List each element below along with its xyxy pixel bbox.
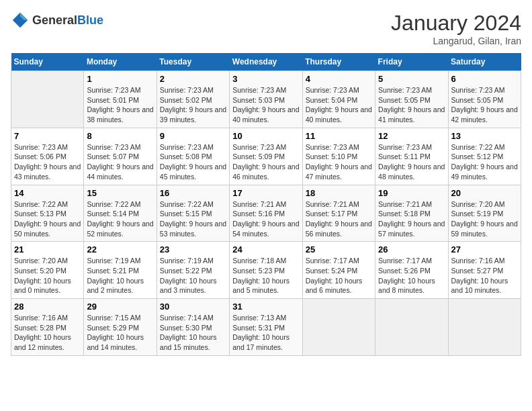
calendar-table: SundayMondayTuesdayWednesdayThursdayFrid… [11, 53, 521, 356]
day-info: Sunrise: 7:23 AMSunset: 5:11 PMDaylight:… [378, 142, 445, 182]
weekday-header-cell: Saturday [448, 53, 521, 71]
calendar-day-cell: 9Sunrise: 7:23 AMSunset: 5:08 PMDaylight… [157, 128, 229, 185]
day-number: 2 [160, 74, 226, 84]
calendar-day-cell: 2Sunrise: 7:23 AMSunset: 5:02 PMDaylight… [157, 71, 229, 128]
day-number: 30 [160, 302, 226, 312]
calendar-day-cell: 5Sunrise: 7:23 AMSunset: 5:05 PMDaylight… [375, 71, 448, 128]
calendar-day-cell: 29Sunrise: 7:15 AMSunset: 5:29 PMDayligh… [84, 299, 157, 356]
calendar-week-row: 7Sunrise: 7:23 AMSunset: 5:06 PMDaylight… [11, 128, 521, 185]
calendar-day-cell [11, 71, 84, 128]
day-info: Sunrise: 7:17 AMSunset: 5:24 PMDaylight:… [306, 256, 372, 295]
weekday-header-cell: Monday [84, 53, 157, 71]
day-info: Sunrise: 7:23 AMSunset: 5:07 PMDaylight:… [87, 142, 153, 182]
calendar-day-cell: 11Sunrise: 7:23 AMSunset: 5:10 PMDayligh… [302, 128, 375, 185]
day-number: 5 [378, 74, 445, 84]
day-number: 11 [306, 131, 372, 141]
day-info: Sunrise: 7:23 AMSunset: 5:03 PMDaylight:… [232, 85, 299, 125]
calendar-title: January 2024 [391, 11, 521, 36]
calendar-day-cell: 6Sunrise: 7:23 AMSunset: 5:05 PMDaylight… [448, 71, 521, 128]
day-number: 3 [232, 74, 299, 84]
calendar-day-cell: 25Sunrise: 7:17 AMSunset: 5:24 PMDayligh… [302, 242, 375, 299]
calendar-day-cell: 14Sunrise: 7:22 AMSunset: 5:13 PMDayligh… [11, 185, 84, 242]
calendar-day-cell: 15Sunrise: 7:22 AMSunset: 5:14 PMDayligh… [84, 185, 157, 242]
calendar-day-cell: 4Sunrise: 7:23 AMSunset: 5:04 PMDaylight… [302, 71, 375, 128]
calendar-day-cell: 31Sunrise: 7:13 AMSunset: 5:31 PMDayligh… [230, 299, 302, 356]
day-info: Sunrise: 7:16 AMSunset: 5:27 PMDaylight:… [451, 256, 518, 295]
weekday-header-cell: Sunday [11, 53, 84, 71]
weekday-header-row: SundayMondayTuesdayWednesdayThursdayFrid… [11, 53, 521, 71]
day-number: 13 [451, 131, 518, 141]
day-info: Sunrise: 7:23 AMSunset: 5:05 PMDaylight:… [451, 85, 518, 125]
day-info: Sunrise: 7:14 AMSunset: 5:30 PMDaylight:… [160, 313, 226, 353]
day-info: Sunrise: 7:21 AMSunset: 5:16 PMDaylight:… [232, 199, 299, 239]
calendar-day-cell: 19Sunrise: 7:21 AMSunset: 5:18 PMDayligh… [375, 185, 448, 242]
calendar-day-cell [375, 299, 448, 356]
page-header: GeneralBlue January 2024 Langarud, Gilan… [11, 11, 521, 46]
day-number: 10 [232, 131, 299, 141]
logo: GeneralBlue [11, 11, 103, 30]
day-number: 9 [160, 131, 226, 141]
weekday-header-cell: Friday [375, 53, 448, 71]
day-number: 17 [232, 188, 299, 198]
day-number: 22 [87, 244, 153, 255]
day-info: Sunrise: 7:13 AMSunset: 5:31 PMDaylight:… [232, 313, 299, 353]
day-number: 15 [87, 188, 153, 198]
calendar-day-cell: 7Sunrise: 7:23 AMSunset: 5:06 PMDaylight… [11, 128, 84, 185]
weekday-header-cell: Wednesday [230, 53, 302, 71]
calendar-day-cell: 12Sunrise: 7:23 AMSunset: 5:11 PMDayligh… [375, 128, 448, 185]
calendar-day-cell: 1Sunrise: 7:23 AMSunset: 5:01 PMDaylight… [84, 71, 157, 128]
day-info: Sunrise: 7:20 AMSunset: 5:19 PMDaylight:… [451, 199, 518, 239]
title-block: January 2024 Langarud, Gilan, Iran [391, 11, 521, 46]
day-info: Sunrise: 7:23 AMSunset: 5:04 PMDaylight:… [306, 85, 372, 125]
calendar-day-cell [302, 299, 375, 356]
day-number: 27 [451, 244, 518, 255]
calendar-day-cell: 18Sunrise: 7:21 AMSunset: 5:17 PMDayligh… [302, 185, 375, 242]
day-number: 20 [451, 188, 518, 198]
calendar-subtitle: Langarud, Gilan, Iran [391, 36, 521, 46]
day-info: Sunrise: 7:23 AMSunset: 5:06 PMDaylight:… [14, 142, 81, 182]
calendar-day-cell: 8Sunrise: 7:23 AMSunset: 5:07 PMDaylight… [84, 128, 157, 185]
day-info: Sunrise: 7:22 AMSunset: 5:12 PMDaylight:… [451, 142, 518, 182]
day-info: Sunrise: 7:23 AMSunset: 5:02 PMDaylight:… [160, 85, 226, 125]
day-number: 25 [306, 244, 372, 255]
day-info: Sunrise: 7:15 AMSunset: 5:29 PMDaylight:… [87, 313, 153, 353]
calendar-day-cell: 3Sunrise: 7:23 AMSunset: 5:03 PMDaylight… [230, 71, 302, 128]
day-number: 6 [451, 74, 518, 84]
calendar-day-cell: 24Sunrise: 7:18 AMSunset: 5:23 PMDayligh… [230, 242, 302, 299]
logo-blue: Blue [77, 13, 103, 27]
calendar-day-cell: 22Sunrise: 7:19 AMSunset: 5:21 PMDayligh… [84, 242, 157, 299]
day-info: Sunrise: 7:21 AMSunset: 5:18 PMDaylight:… [378, 199, 445, 239]
day-number: 23 [160, 244, 226, 255]
day-number: 19 [378, 188, 445, 198]
day-info: Sunrise: 7:23 AMSunset: 5:01 PMDaylight:… [87, 85, 153, 125]
day-info: Sunrise: 7:20 AMSunset: 5:20 PMDaylight:… [14, 256, 81, 295]
day-info: Sunrise: 7:22 AMSunset: 5:14 PMDaylight:… [87, 199, 153, 239]
calendar-day-cell: 13Sunrise: 7:22 AMSunset: 5:12 PMDayligh… [448, 128, 521, 185]
day-number: 4 [306, 74, 372, 84]
day-number: 21 [14, 244, 81, 255]
day-info: Sunrise: 7:22 AMSunset: 5:15 PMDaylight:… [160, 199, 226, 239]
logo-icon [11, 11, 30, 30]
calendar-day-cell: 21Sunrise: 7:20 AMSunset: 5:20 PMDayligh… [11, 242, 84, 299]
calendar-day-cell: 17Sunrise: 7:21 AMSunset: 5:16 PMDayligh… [230, 185, 302, 242]
day-number: 1 [87, 74, 153, 84]
weekday-header-cell: Tuesday [157, 53, 229, 71]
day-info: Sunrise: 7:17 AMSunset: 5:26 PMDaylight:… [378, 256, 445, 295]
day-info: Sunrise: 7:23 AMSunset: 5:05 PMDaylight:… [378, 85, 445, 125]
day-info: Sunrise: 7:23 AMSunset: 5:08 PMDaylight:… [160, 142, 226, 182]
calendar-day-cell: 26Sunrise: 7:17 AMSunset: 5:26 PMDayligh… [375, 242, 448, 299]
day-number: 8 [87, 131, 153, 141]
day-info: Sunrise: 7:18 AMSunset: 5:23 PMDaylight:… [232, 256, 299, 295]
day-info: Sunrise: 7:23 AMSunset: 5:09 PMDaylight:… [232, 142, 299, 182]
day-info: Sunrise: 7:22 AMSunset: 5:13 PMDaylight:… [14, 199, 81, 239]
day-info: Sunrise: 7:19 AMSunset: 5:21 PMDaylight:… [87, 256, 153, 295]
day-number: 14 [14, 188, 81, 198]
calendar-body: 1Sunrise: 7:23 AMSunset: 5:01 PMDaylight… [11, 71, 521, 356]
day-number: 26 [378, 244, 445, 255]
calendar-week-row: 21Sunrise: 7:20 AMSunset: 5:20 PMDayligh… [11, 242, 521, 299]
day-number: 28 [14, 302, 81, 312]
calendar-day-cell: 20Sunrise: 7:20 AMSunset: 5:19 PMDayligh… [448, 185, 521, 242]
day-info: Sunrise: 7:23 AMSunset: 5:10 PMDaylight:… [306, 142, 372, 182]
day-number: 31 [232, 302, 299, 312]
calendar-day-cell: 16Sunrise: 7:22 AMSunset: 5:15 PMDayligh… [157, 185, 229, 242]
